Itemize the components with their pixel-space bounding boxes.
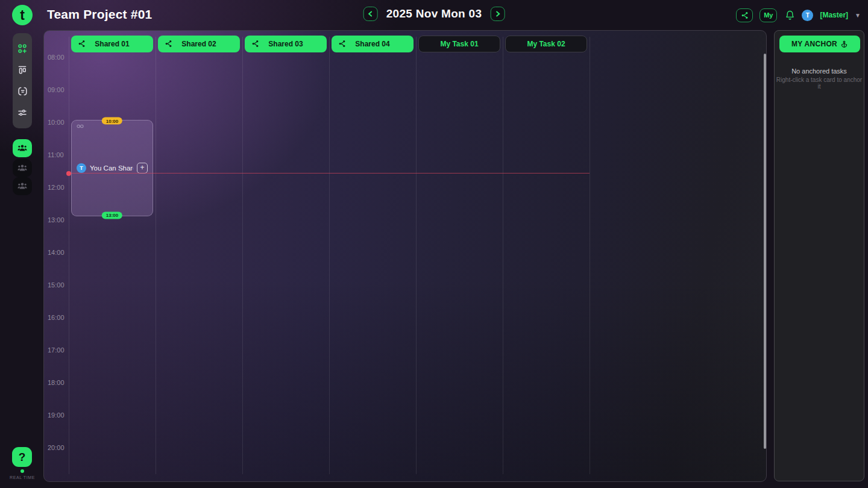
current-time-line — [69, 173, 590, 174]
column-header-label: My Task 01 — [440, 40, 478, 48]
time-label: 20:00 — [48, 444, 69, 451]
column-header-shared-02[interactable]: Shared 02 — [158, 36, 240, 52]
time-label: 14:00 — [48, 249, 69, 256]
share-icon — [165, 40, 172, 48]
app-logo[interactable]: t — [12, 5, 33, 25]
time-label: 11:00 — [48, 151, 69, 158]
realtime-status-dot — [20, 469, 24, 473]
column-header-my-task-01[interactable]: My Task 01 — [418, 36, 500, 52]
share-icon — [78, 40, 86, 48]
time-label: 16:00 — [48, 314, 69, 321]
linked-task-icon — [76, 124, 84, 128]
chevron-left-icon — [368, 11, 374, 17]
board-scrollbar[interactable] — [764, 54, 766, 449]
column-separator — [416, 37, 417, 474]
column-header-label: Shared 02 — [181, 40, 216, 48]
sidebar-item-team-group-1[interactable] — [13, 139, 32, 157]
share-icon — [741, 11, 749, 19]
time-label: 10:00 — [48, 119, 69, 126]
filter-settings-icon — [17, 107, 28, 118]
my-view-button[interactable]: My — [760, 8, 777, 22]
column-separator — [329, 37, 330, 474]
column-header-label: Shared 01 — [95, 40, 129, 48]
scan-view-icon — [17, 86, 28, 97]
schedule-board: 08:0009:0010:0011:0012:0013:0014:0015:00… — [43, 30, 767, 482]
sidebar-item-filter-settings[interactable] — [16, 106, 29, 119]
column-header-label: My Task 02 — [527, 40, 565, 48]
column-header-my-task-02[interactable]: My Task 02 — [505, 36, 587, 52]
anchor-empty-hint: Right-click a task card to anchor it — [775, 77, 864, 90]
time-label: 15:00 — [48, 281, 69, 289]
column-header-shared-03[interactable]: Shared 03 — [245, 36, 327, 52]
next-day-button[interactable] — [490, 7, 505, 21]
user-name: [Master] — [820, 11, 848, 19]
user-menu-chevron-down-icon[interactable]: ▼ — [855, 12, 861, 19]
add-widget-icon — [16, 43, 28, 55]
card-assignee-avatar: T — [77, 163, 86, 173]
my-anchor-label: MY ANCHOR — [791, 40, 837, 48]
column-header-label: Shared 04 — [355, 40, 389, 48]
team-group-icon — [16, 162, 28, 174]
card-title: You Can Share... — [90, 164, 133, 172]
my-anchor-button[interactable]: MY ANCHOR — [779, 36, 860, 52]
share-icon — [251, 40, 259, 48]
time-label: 13:00 — [48, 216, 69, 224]
card-add-button[interactable]: + — [137, 163, 148, 174]
chevron-right-icon — [494, 11, 500, 17]
card-content-row: TYou Can Share...+ — [72, 163, 153, 174]
task-card[interactable]: 10:0013:00TYou Can Share...+ — [71, 120, 153, 216]
share-button[interactable] — [736, 8, 753, 22]
help-label: ? — [19, 451, 26, 464]
sidebar-item-team-group-3[interactable] — [13, 177, 32, 195]
time-label: 09:00 — [48, 86, 69, 93]
time-label: 12:00 — [48, 184, 69, 191]
time-label: 18:00 — [48, 379, 69, 386]
anchor-empty-title: No anchored tasks — [775, 67, 864, 75]
time-label: 08:00 — [48, 54, 69, 61]
app-logo-letter: t — [20, 7, 25, 23]
team-group-icon — [16, 180, 28, 192]
column-header-shared-04[interactable]: Shared 04 — [332, 36, 414, 52]
sidebar-item-add-widget[interactable] — [16, 42, 29, 55]
column-separator — [503, 37, 503, 474]
current-time-dot — [66, 171, 71, 176]
anchor-icon — [840, 40, 848, 48]
card-end-time-badge: 13:00 — [102, 211, 122, 219]
column-separator — [590, 37, 590, 474]
sidebar-item-team-group-2[interactable] — [13, 159, 32, 177]
my-view-label: My — [764, 11, 773, 19]
prev-day-button[interactable] — [363, 7, 378, 21]
sidebar-item-kanban-view[interactable] — [16, 63, 29, 77]
team-group-icon — [16, 142, 28, 154]
time-label: 17:00 — [48, 346, 69, 354]
column-header-label: Shared 03 — [268, 40, 303, 48]
column-separator — [242, 37, 243, 474]
date-navigation: 2025 Nov Mon 03 — [363, 7, 505, 21]
card-start-time-badge: 10:00 — [102, 117, 122, 125]
sidebar-item-scan-view[interactable] — [16, 85, 29, 98]
realtime-status-label: REAL TIME — [5, 475, 40, 480]
sidebar-tool-rail — [13, 33, 32, 128]
top-bar: t Team Project #01 2025 Nov Mon 03 My T — [0, 0, 868, 30]
notifications-button[interactable] — [785, 10, 795, 20]
share-icon — [338, 40, 346, 48]
bell-icon — [785, 10, 795, 20]
anchor-panel: MY ANCHOR No anchored tasks Right-click … — [774, 30, 864, 481]
column-header-shared-01[interactable]: Shared 01 — [71, 36, 153, 52]
user-avatar[interactable]: T — [802, 10, 813, 21]
kanban-view-icon — [17, 64, 28, 75]
user-avatar-initial: T — [806, 12, 810, 19]
column-separator — [156, 37, 156, 474]
help-button[interactable]: ? — [12, 447, 32, 467]
time-label: 19:00 — [48, 411, 69, 419]
top-right-controls: My T [Master] ▼ — [736, 0, 861, 30]
page-title: Team Project #01 — [47, 7, 152, 22]
current-date-label: 2025 Nov Mon 03 — [386, 7, 482, 20]
